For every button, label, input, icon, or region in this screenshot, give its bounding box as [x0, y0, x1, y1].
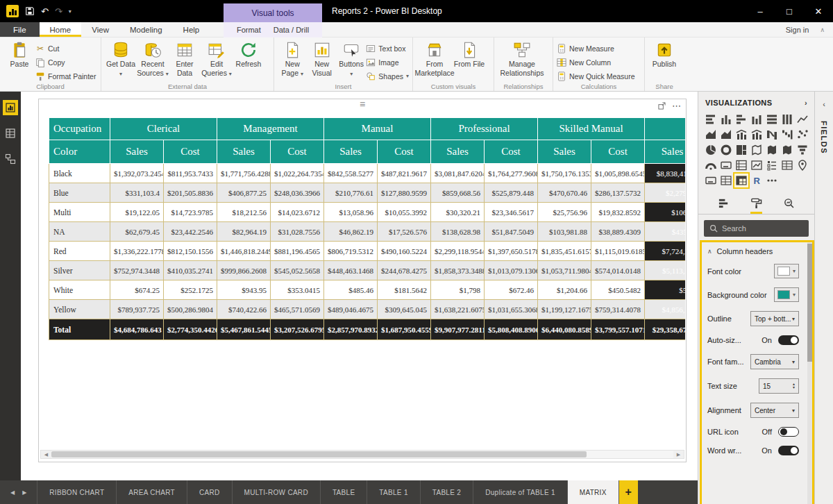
matrix-cell[interactable]: $500,286.9804 — [164, 300, 217, 319]
matrix-row-label[interactable]: Yellow — [49, 300, 110, 319]
line-and-stacked-column-chart-icon[interactable] — [734, 128, 748, 142]
matrix-cell[interactable]: $450.5482 — [591, 280, 645, 300]
number-spinner[interactable]: 15▴▾ — [759, 378, 799, 394]
buttons-button[interactable]: Buttons ▾ — [337, 40, 366, 77]
toggle-switch[interactable] — [778, 427, 799, 437]
matrix-cell[interactable]: $943.95 — [217, 280, 271, 300]
minimize-button[interactable]: – — [746, 0, 775, 22]
toggle-switch[interactable] — [778, 335, 799, 345]
kpi-icon[interactable] — [750, 158, 764, 172]
matrix-cell[interactable]: $62,679.45 — [110, 222, 164, 242]
matrix-cell[interactable]: $5,467,861.5445 — [217, 319, 271, 340]
toggle-switch[interactable] — [778, 446, 799, 455]
matrix-cell[interactable]: $38,889.4309 — [591, 222, 645, 242]
customize-toolbar-caret-icon[interactable]: ▾ — [69, 8, 71, 15]
matrix-cell[interactable]: $490,160.5224 — [378, 242, 431, 261]
report-canvas[interactable]: ≡ ⋯ OccupationClericalManagementManualPr… — [21, 92, 698, 480]
multi-row-card-icon[interactable] — [734, 158, 748, 172]
matrix-cell[interactable]: $331,103.4 — [110, 183, 164, 203]
from-file-button[interactable]: From File — [453, 40, 486, 69]
matrix-cell[interactable]: $812,150.1556 — [164, 242, 217, 261]
matrix-cell[interactable]: $138,628.98 — [431, 222, 485, 242]
custom-visual-icon[interactable] — [704, 174, 718, 187]
matrix-cell[interactable]: $1,771,756.4288 — [217, 164, 271, 183]
matrix-cell[interactable]: $811,953.7433 — [164, 164, 217, 183]
scroll-right-icon[interactable]: ▶ — [673, 451, 684, 458]
matrix-total-column-cell[interactable]: $8,838,411.5 — [645, 164, 685, 183]
matrix-row-label[interactable]: Silver — [49, 261, 110, 280]
line-chart-icon[interactable] — [796, 112, 809, 126]
table-variant-icon[interactable] — [719, 174, 733, 187]
matrix-cell[interactable]: $6,440,080.8589 — [538, 319, 591, 340]
format-search-input[interactable]: Search — [704, 220, 809, 237]
matrix-total-column-cell[interactable]: $2,279,09 — [645, 183, 685, 203]
matrix-cell[interactable]: $201,505.8836 — [164, 183, 217, 203]
matrix-cell[interactable]: $759,314.4078 — [591, 300, 645, 319]
edit-queries-button[interactable]: Edit Queries ▾ — [201, 40, 233, 77]
matrix-cell[interactable]: $1,005,898.6545 — [591, 164, 645, 183]
new-column-button[interactable]: New Column — [557, 56, 635, 68]
matrix-cell[interactable]: $1,031,655.3068 — [485, 300, 538, 319]
arcgis-map-icon[interactable] — [796, 158, 809, 172]
matrix-cell[interactable]: $672.46 — [485, 280, 538, 300]
matrix-cell[interactable]: $859,668.56 — [431, 183, 485, 203]
matrix-cell[interactable]: $1,115,019.6185 — [591, 242, 645, 261]
matrix-cell[interactable]: $23,442.2546 — [164, 222, 217, 242]
from-marketplace-button[interactable]: From Marketplace — [416, 40, 453, 77]
image-button[interactable]: Image — [366, 56, 409, 68]
dropdown-select[interactable]: Cambria▾ — [750, 354, 799, 369]
matrix-total-column-cell[interactable]: $5,10 — [645, 280, 685, 300]
close-button[interactable]: ✕ — [804, 0, 833, 22]
page-tab-duplicate-of-table-1[interactable]: Duplicate of TABLE 1 — [473, 480, 567, 504]
matrix-total-column-cell[interactable]: $29,358,677.2 — [645, 319, 685, 340]
table-icon[interactable] — [780, 158, 794, 172]
scatter-chart-icon[interactable] — [796, 128, 809, 142]
matrix-cell[interactable]: $19,122.05 — [110, 203, 164, 222]
dropdown-select[interactable]: Top + bott...▾ — [750, 311, 799, 326]
matrix-cell[interactable]: $17,526.576 — [378, 222, 431, 242]
tab-format[interactable] — [750, 197, 762, 214]
matrix-cell[interactable]: $752,974.3448 — [110, 261, 164, 280]
waterfall-chart-icon[interactable] — [780, 128, 794, 142]
matrix-cell[interactable]: $23,346.5617 — [485, 203, 538, 222]
collapse-pane-icon[interactable]: › — [805, 99, 807, 107]
matrix-cell[interactable]: $1,013,079.1306 — [485, 261, 538, 280]
save-icon[interactable] — [25, 6, 35, 16]
matrix-cell[interactable]: $1,835,451.6157 — [538, 242, 591, 261]
matrix-cell[interactable]: $465,571.0569 — [271, 300, 324, 319]
matrix-row-label[interactable]: Black — [49, 164, 110, 183]
matrix-cell[interactable]: $13,058.96 — [324, 203, 378, 222]
matrix-row-label[interactable]: Total — [49, 319, 110, 340]
matrix-cell[interactable]: $286,137.5732 — [591, 183, 645, 203]
matrix-cell[interactable]: $51,847.5049 — [485, 222, 538, 242]
matrix-cell[interactable]: $46,862.19 — [324, 222, 378, 242]
matrix-total-column-cell[interactable]: $4,856,755 — [645, 300, 685, 319]
stacked-bar-chart-icon[interactable] — [704, 112, 718, 126]
matrix-cell[interactable]: $244,678.4275 — [378, 261, 431, 280]
matrix-cell[interactable]: $181.5642 — [378, 280, 431, 300]
matrix-cell[interactable]: $2,299,118.9544 — [431, 242, 485, 261]
page-tab-matrix[interactable]: MATRIX — [567, 480, 619, 504]
enter-data-button[interactable]: Enter Data — [169, 40, 201, 77]
previous-page-icon[interactable]: ◀ — [10, 489, 15, 496]
matrix-total-column-cell[interactable]: $7,724,330 — [645, 242, 685, 261]
new-quick-measure-button[interactable]: New Quick Measure — [557, 70, 635, 82]
clustered-column-chart-icon[interactable] — [750, 112, 764, 126]
tab-format[interactable]: Format — [230, 22, 267, 37]
matrix-cell[interactable]: $487,821.9617 — [378, 164, 431, 183]
tab-fields[interactable] — [718, 197, 730, 214]
recent-sources-button[interactable]: Recent Sources ▾ — [137, 40, 169, 77]
matrix-cell[interactable]: $1,750,176.1353 — [538, 164, 591, 183]
tab-modeling[interactable]: Modeling — [119, 22, 173, 37]
matrix-cell[interactable]: $4,684,786.643 — [110, 319, 164, 340]
new-page-button[interactable]: New Page ▾ — [278, 40, 307, 77]
more-options-icon[interactable] — [765, 174, 779, 187]
color-picker-dropdown[interactable]: ▾ — [774, 264, 799, 278]
matrix-cell[interactable]: $545,052.5658 — [271, 261, 324, 280]
focus-mode-icon[interactable] — [658, 102, 666, 110]
matrix-row-label[interactable]: NA — [49, 222, 110, 242]
tab-file[interactable]: File — [0, 22, 40, 37]
matrix-cell[interactable]: $1,397,650.5178 — [485, 242, 538, 261]
matrix-cell[interactable]: $1,053,711.9804 — [538, 261, 591, 280]
matrix-cell[interactable]: $248,036.3966 — [271, 183, 324, 203]
